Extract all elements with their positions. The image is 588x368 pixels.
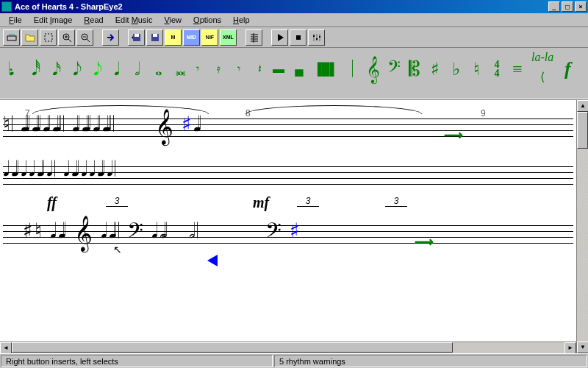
menu-options[interactable]: Options — [187, 14, 227, 26]
slur-icon — [32, 105, 209, 114]
export-xml-button[interactable]: XML — [220, 29, 237, 46]
notes-row: ♯♮ 𝅘𝅥 𝅘𝅥𝅘𝅥 𝄞 𝅘𝅥 𝅘𝅥𝅘𝅥 𝄀 𝄢 𝅘𝅥 𝅗𝅥𝅗𝅥 𝅗𝅥 𝄀 𝄢 … — [3, 218, 301, 249]
staff-treble-1: 7 8 9 ♮𝄀 𝅘𝅥𝅘𝅥𝅘𝅥 𝅘𝅥𝅘𝅥𝅘𝅥 𝅘𝅥𝅘𝅥 𝅘𝅥𝅘𝅥𝅘𝅥 𝄀 𝅘𝅥𝅘… — [3, 118, 573, 148]
flat-icon[interactable]: ♭ — [449, 58, 462, 80]
treble-clef-icon[interactable]: 𝄞 — [366, 58, 380, 80]
timesig-icon[interactable]: 4 4 — [490, 58, 503, 80]
eighth-rest-icon[interactable]: 𝄾 — [231, 58, 244, 80]
zoom-in-button[interactable] — [58, 29, 75, 46]
crop-button[interactable] — [40, 29, 57, 46]
double-whole-icon[interactable]: 𝅜 — [169, 58, 182, 80]
play-icon — [274, 32, 286, 43]
zoom-out-icon — [79, 32, 91, 43]
sixteenth-rest-icon[interactable]: 𝄿 — [210, 58, 223, 80]
scan-button[interactable] — [3, 29, 20, 46]
continuation-arrow-icon: ⟶ — [444, 127, 463, 144]
save-music-button[interactable] — [128, 29, 145, 46]
bass-clef-icon[interactable]: 𝄢 — [387, 58, 401, 80]
stop-button[interactable] — [290, 29, 306, 46]
score-content[interactable]: 7 8 9 ♮𝄀 𝅘𝅥𝅘𝅥𝅘𝅥 𝅘𝅥𝅘𝅥𝅘𝅥 𝅘𝅥𝅘𝅥 𝅘𝅥𝅘𝅥𝅘𝅥 𝄀 𝅘𝅥𝅘… — [0, 100, 576, 342]
export-m-button[interactable]: M — [165, 29, 182, 46]
dotted-note-icon[interactable]: 𝅘𝅥· — [4, 58, 18, 80]
score-area: 7 8 9 ♮𝄀 𝅘𝅥𝅘𝅥𝅘𝅥 𝅘𝅥𝅘𝅥𝅘𝅥 𝅘𝅥𝅘𝅥 𝅘𝅥𝅘𝅥𝅘𝅥 𝄀 𝅘𝅥𝅘… — [0, 99, 588, 353]
tuplet-bracket: 3 — [297, 196, 319, 207]
staff-system-1: 7 8 9 ♮𝄀 𝅘𝅥𝅘𝅥𝅘𝅥 𝅘𝅥𝅘𝅥𝅘𝅥 𝅘𝅥𝅘𝅥 𝅘𝅥𝅘𝅥𝅘𝅥 𝄀 𝅘𝅥𝅘… — [3, 118, 573, 196]
horizontal-scrollbar[interactable]: ◄ ► — [0, 342, 576, 353]
staff-lines-icon — [248, 32, 260, 43]
sliders-icon — [311, 32, 323, 43]
svg-line-4 — [68, 39, 71, 42]
vertical-scrollbar[interactable]: ▲ ▼ — [576, 100, 588, 353]
tuplet-bracket: 3 — [385, 196, 407, 207]
slur-icon — [245, 105, 422, 114]
svg-rect-16 — [316, 38, 318, 40]
half-note-icon[interactable]: 𝅗𝅥 — [128, 58, 141, 80]
menu-help[interactable]: Help — [227, 14, 256, 26]
thirtysecond-rest-icon[interactable]: 𝄾 — [190, 58, 203, 80]
natural-icon[interactable]: ♮ — [470, 58, 483, 80]
lyrics-tool[interactable]: la-la — [531, 51, 553, 64]
scroll-track[interactable] — [577, 149, 588, 342]
barline-icon[interactable]: 𝄀 — [345, 58, 359, 80]
menu-view[interactable]: View — [158, 14, 187, 26]
symbol-palette: 𝅘𝅥· 𝅘𝅥𝅰 𝅘𝅥𝅯 𝅘𝅥𝅮 𝅘𝅥𝅮 𝅘𝅥 𝅗𝅥 𝅝 𝅜 𝄾 𝄿 𝄾 𝄽 ▬ … — [0, 48, 588, 99]
multi-rest-icon[interactable]: ▐█▌ — [313, 58, 338, 80]
scroll-thumb[interactable] — [577, 112, 588, 149]
title-bar: Ace of Hearts 4 - SharpEye2 _ □ × — [0, 0, 588, 13]
whole-rest-icon[interactable]: ▄ — [293, 58, 306, 80]
forte-icon[interactable]: f — [561, 58, 574, 80]
notes-row: 𝅘𝅥 𝅘𝅥𝅘𝅥 𝅘𝅥 𝅘𝅥 𝅘𝅥𝅘𝅥 𝅘𝅥 𝄀 𝅘𝅥 𝅘𝅥𝅘𝅥 𝅘𝅥 𝅘𝅥 𝅘𝅥… — [3, 159, 117, 180]
sharp-icon[interactable]: ♯ — [429, 58, 442, 80]
menu-edit-image[interactable]: Edit Image — [28, 14, 79, 26]
svg-rect-13 — [153, 34, 157, 37]
open-button[interactable] — [21, 29, 38, 46]
thirtysecond-note-icon[interactable]: 𝅘𝅥𝅰 — [25, 58, 38, 80]
minimize-button[interactable]: _ — [548, 1, 560, 12]
scroll-down-button[interactable]: ▼ — [577, 342, 588, 353]
read-button[interactable] — [102, 29, 119, 46]
quarter-note-icon[interactable]: 𝅘𝅥 — [107, 58, 121, 80]
alto-clef-icon[interactable]: 𝄡 — [408, 58, 421, 80]
zoom-out-button[interactable] — [76, 29, 93, 46]
whole-note-icon[interactable]: 𝅝 — [148, 58, 162, 80]
arrow-right-icon — [105, 32, 117, 43]
crescendo-icon[interactable]: ⟨ — [531, 66, 553, 88]
folder-open-icon — [24, 32, 36, 43]
app-icon — [1, 1, 12, 12]
menu-read[interactable]: Read — [78, 14, 109, 26]
scroll-left-button[interactable]: ◄ — [0, 342, 12, 353]
menu-edit-music[interactable]: Edit Music — [110, 14, 159, 26]
scroll-thumb[interactable] — [12, 342, 453, 353]
maximize-button[interactable]: □ — [562, 1, 573, 12]
mixer-button[interactable] — [308, 29, 325, 46]
scroll-right-button[interactable]: ► — [564, 342, 576, 353]
scroll-track[interactable] — [453, 342, 564, 353]
crop-icon — [43, 32, 54, 43]
scanner-icon — [6, 32, 18, 43]
quarter-rest-icon[interactable]: 𝄽 — [251, 58, 265, 80]
menu-bar: File Edit Image Read Edit Music View Opt… — [0, 13, 588, 27]
tremolo-icon[interactable]: ≡ — [511, 58, 524, 80]
svg-rect-15 — [313, 35, 315, 37]
svg-rect-17 — [319, 36, 320, 38]
sixteenth-note-icon[interactable]: 𝅘𝅥𝅯 — [46, 58, 59, 80]
staff-bass-1: 𝅘𝅥 𝅘𝅥𝅘𝅥 𝅘𝅥 𝅘𝅥 𝅘𝅥𝅘𝅥 𝅘𝅥 𝄀 𝅘𝅥 𝅘𝅥𝅘𝅥 𝅘𝅥 𝅘𝅥 𝅘𝅥… — [3, 166, 573, 196]
save-button[interactable] — [146, 29, 163, 46]
eighth-note-icon[interactable]: 𝅘𝅥𝅮 — [66, 58, 79, 80]
export-nif-button[interactable]: NIF — [201, 29, 218, 46]
menu-file[interactable]: File — [3, 14, 28, 26]
close-button[interactable]: × — [575, 1, 587, 12]
half-rest-icon[interactable]: ▬ — [272, 58, 285, 80]
scroll-up-button[interactable]: ▲ — [577, 100, 588, 112]
export-mid-button[interactable]: MID — [183, 29, 200, 46]
play-button[interactable] — [271, 29, 288, 46]
floppy-arrow-icon — [131, 32, 143, 43]
continuation-arrow-icon: ⟶ — [415, 234, 434, 250]
window-title: Ace of Hearts 4 - SharpEye2 — [15, 2, 547, 11]
eighth-note-selected-icon[interactable]: 𝅘𝅥𝅮 — [87, 58, 100, 80]
dynamic-mf: mf — [253, 194, 269, 211]
staff-tool-button[interactable] — [245, 29, 262, 46]
toolbar: M MID NIF XML — [0, 27, 588, 48]
svg-rect-2 — [45, 34, 52, 41]
measure-number: 9 — [481, 108, 486, 118]
